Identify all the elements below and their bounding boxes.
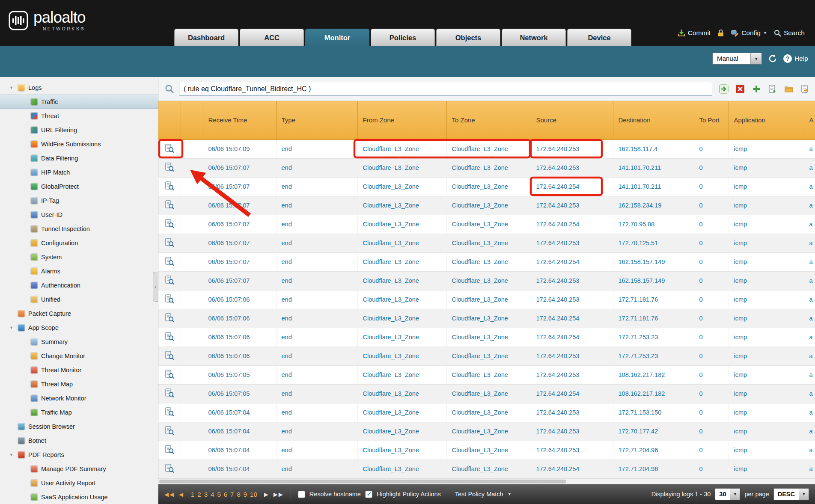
- sidebar-item[interactable]: Data Filtering: [0, 151, 158, 165]
- from-zone-cell[interactable]: Cloudflare_L3_Zone: [357, 158, 446, 177]
- source-cell[interactable]: 172.64.240.253: [531, 347, 613, 365]
- action-cell[interactable]: a: [804, 347, 815, 365]
- destination-cell[interactable]: 172.71.204.96: [613, 460, 694, 478]
- sidebar-item[interactable]: Manage PDF Summary: [0, 462, 158, 476]
- log-row[interactable]: 06/06 15:07:06 end Cloudflare_L3_Zone Cl…: [158, 328, 815, 347]
- destination-cell[interactable]: 172.70.177.42: [613, 422, 694, 441]
- source-cell[interactable]: 172.64.240.253: [531, 290, 613, 309]
- to-zone-cell[interactable]: Cloudflare_L3_Zone: [446, 328, 531, 347]
- sidebar-item[interactable]: Threat Monitor: [0, 363, 158, 377]
- sidebar-item[interactable]: Traffic Map: [0, 405, 158, 419]
- receive-time-cell[interactable]: 06/06 15:07:07: [203, 158, 276, 177]
- to-port-cell[interactable]: 0: [694, 347, 729, 365]
- log-row[interactable]: 06/06 15:07:04 end Cloudflare_L3_Zone Cl…: [158, 460, 815, 478]
- receive-time-cell[interactable]: 06/06 15:07:04: [203, 422, 276, 441]
- log-detail-button[interactable]: [158, 422, 181, 441]
- from-zone-cell[interactable]: Cloudflare_L3_Zone: [357, 441, 446, 460]
- from-zone-cell[interactable]: Cloudflare_L3_Zone: [357, 403, 446, 422]
- apply-filter-button[interactable]: [718, 83, 729, 95]
- application-cell[interactable]: icmp: [729, 403, 804, 422]
- log-row[interactable]: 06/06 15:07:05 end Cloudflare_L3_Zone Cl…: [158, 384, 815, 403]
- horizontal-scrollbar[interactable]: [158, 478, 815, 484]
- sidebar-item[interactable]: Session Browser: [0, 419, 158, 433]
- from-zone-cell[interactable]: Cloudflare_L3_Zone: [357, 139, 446, 158]
- receive-time-cell[interactable]: 06/06 15:07:04: [203, 441, 276, 460]
- page-number[interactable]: 4: [211, 491, 214, 498]
- to-zone-cell[interactable]: Cloudflare_L3_Zone: [446, 347, 531, 365]
- source-cell[interactable]: 172.64.240.253: [531, 196, 613, 215]
- action-cell[interactable]: a: [804, 441, 815, 460]
- type-cell[interactable]: end: [276, 252, 357, 271]
- commit-button[interactable]: Commit: [678, 29, 711, 37]
- from-zone-cell[interactable]: Cloudflare_L3_Zone: [357, 215, 446, 234]
- per-page-select[interactable]: 30 ▼: [715, 488, 740, 500]
- to-port-cell[interactable]: 0: [694, 139, 729, 158]
- type-cell[interactable]: end: [276, 234, 357, 252]
- type-cell[interactable]: end: [276, 460, 357, 478]
- log-row[interactable]: 06/06 15:07:06 end Cloudflare_L3_Zone Cl…: [158, 347, 815, 365]
- receive-time-cell[interactable]: 06/06 15:07:07: [203, 177, 276, 196]
- highlight-policy-checkbox[interactable]: [365, 491, 372, 498]
- page-number[interactable]: 1: [191, 491, 194, 498]
- clear-filter-button[interactable]: [735, 83, 746, 95]
- source-cell[interactable]: 172.64.240.253: [531, 158, 613, 177]
- receive-time-cell[interactable]: 06/06 15:07:07: [203, 215, 276, 234]
- to-zone-cell[interactable]: Cloudflare_L3_Zone: [446, 215, 531, 234]
- expander-icon[interactable]: ▼: [9, 86, 18, 90]
- log-detail-button[interactable]: [158, 139, 181, 158]
- sidebar-item[interactable]: HIP Match: [0, 165, 158, 179]
- type-cell[interactable]: end: [276, 158, 357, 177]
- to-zone-cell[interactable]: Cloudflare_L3_Zone: [446, 234, 531, 252]
- destination-cell[interactable]: 172.70.95.88: [613, 215, 694, 234]
- config-menu-button[interactable]: Config ▼: [731, 29, 767, 37]
- expander-icon[interactable]: ▼: [9, 326, 18, 330]
- log-detail-button[interactable]: [158, 328, 181, 347]
- sidebar-item[interactable]: User Activity Report: [0, 476, 158, 490]
- to-zone-cell[interactable]: Cloudflare_L3_Zone: [446, 158, 531, 177]
- destination-cell[interactable]: 141.101.70.211: [613, 177, 694, 196]
- from-zone-cell[interactable]: Cloudflare_L3_Zone: [357, 177, 446, 196]
- destination-cell[interactable]: 162.158.157.149: [613, 252, 694, 271]
- to-zone-cell[interactable]: Cloudflare_L3_Zone: [446, 177, 531, 196]
- sidebar-item[interactable]: Unified: [0, 292, 158, 306]
- destination-cell[interactable]: 172.71.253.23: [613, 328, 694, 347]
- main-tab[interactable]: Policies: [371, 29, 435, 46]
- to-zone-cell[interactable]: Cloudflare_L3_Zone: [446, 309, 531, 328]
- from-zone-cell[interactable]: Cloudflare_L3_Zone: [357, 290, 446, 309]
- page-number[interactable]: 8: [237, 491, 240, 498]
- per-page-caret-icon[interactable]: ▼: [730, 489, 740, 500]
- receive-time-cell[interactable]: 06/06 15:07:06: [203, 309, 276, 328]
- log-detail-button[interactable]: [158, 196, 181, 215]
- sidebar-item[interactable]: Threat Map: [0, 377, 158, 391]
- to-port-cell[interactable]: 0: [694, 384, 729, 403]
- application-cell[interactable]: icmp: [729, 139, 804, 158]
- sidebar-item[interactable]: ▼ PDF Reports: [0, 448, 158, 462]
- export-logs-button[interactable]: [800, 83, 811, 95]
- action-cell[interactable]: a: [804, 234, 815, 252]
- type-cell[interactable]: end: [276, 290, 357, 309]
- source-cell[interactable]: 172.64.240.254: [531, 328, 613, 347]
- source-cell[interactable]: 172.64.240.253: [531, 234, 613, 252]
- sidebar-item[interactable]: Botnet: [0, 433, 158, 448]
- destination-cell[interactable]: 108.162.217.182: [613, 384, 694, 403]
- sidebar-item[interactable]: Network Monitor: [0, 391, 158, 405]
- page-number[interactable]: 3: [204, 491, 208, 498]
- type-cell[interactable]: end: [276, 271, 357, 290]
- log-detail-button[interactable]: [158, 215, 181, 234]
- log-detail-button[interactable]: [158, 403, 181, 422]
- refresh-interval-select[interactable]: Manual ▼: [712, 53, 762, 65]
- receive-time-cell[interactable]: 06/06 15:07:05: [203, 384, 276, 403]
- to-zone-cell[interactable]: Cloudflare_L3_Zone: [446, 290, 531, 309]
- log-row[interactable]: 06/06 15:07:04 end Cloudflare_L3_Zone Cl…: [158, 441, 815, 460]
- application-cell[interactable]: icmp: [729, 365, 804, 384]
- prev-page-button[interactable]: ◀: [179, 491, 184, 498]
- type-cell[interactable]: end: [276, 309, 357, 328]
- receive-time-cell[interactable]: 06/06 15:07:04: [203, 460, 276, 478]
- log-row[interactable]: 06/06 15:07:06 end Cloudflare_L3_Zone Cl…: [158, 309, 815, 328]
- save-filter-button[interactable]: [767, 83, 778, 95]
- main-tab[interactable]: Dashboard: [174, 29, 238, 46]
- log-row[interactable]: 06/06 15:07:07 end Cloudflare_L3_Zone Cl…: [158, 271, 815, 290]
- sidebar-item[interactable]: Threat: [0, 109, 158, 123]
- sidebar-item[interactable]: ▼ Logs: [0, 80, 158, 95]
- col-from-zone[interactable]: From Zone: [357, 101, 446, 139]
